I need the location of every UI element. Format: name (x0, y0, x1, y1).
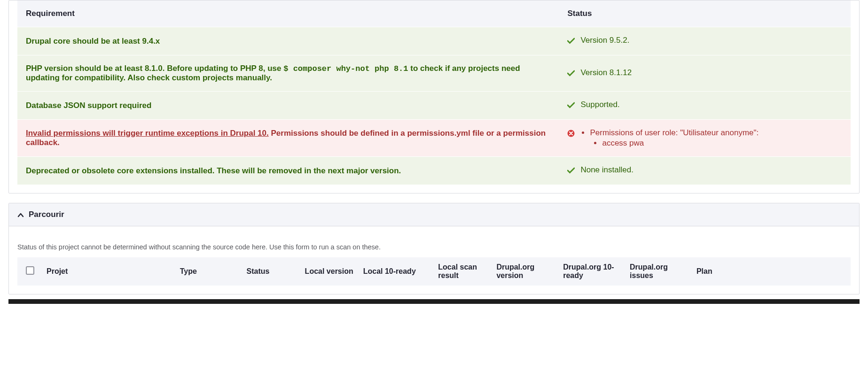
col-local-10-ready: Local 10-ready (359, 257, 434, 286)
col-plan: Plan (692, 257, 851, 286)
status-cell: Permissions of user role: "Utilisateur a… (559, 120, 851, 157)
col-status-2: Status (242, 257, 300, 286)
table-row: Deprecated or obsolete core extensions i… (17, 157, 851, 185)
requirement-text: Drupal core should be at least 9.4.x (17, 27, 559, 55)
col-drupal-version: Drupal.org version (492, 257, 558, 286)
status-text: Version 8.1.12 (580, 68, 632, 77)
col-type: Type (175, 257, 242, 286)
col-projet: Projet (42, 257, 175, 286)
status-list: Permissions of user role: "Utilisateur a… (580, 128, 759, 148)
browse-title: Parcourir (29, 210, 64, 219)
status-cell: Supported. (559, 92, 851, 120)
requirements-table: Requirement Status Drupal core should be… (17, 0, 851, 185)
check-icon (567, 70, 575, 79)
chevron-up-icon (17, 211, 24, 218)
table-row: Drupal core should be at least 9.4.x Ver… (17, 27, 851, 55)
col-requirement: Requirement (17, 0, 559, 27)
status-cell: Version 9.5.2. (559, 27, 851, 55)
permissions-link[interactable]: Invalid permissions will trigger runtime… (26, 129, 269, 138)
requirements-section: Requirement Status Drupal core should be… (8, 0, 860, 193)
col-status: Status (559, 0, 851, 27)
code-snippet: $ composer why-not php 8.1 (283, 64, 408, 73)
status-text: None installed. (580, 165, 633, 175)
table-row: PHP version should be at least 8.1.0. Be… (17, 55, 851, 92)
requirement-text: PHP version should be at least 8.1.0. Be… (17, 55, 559, 92)
status-cell: Version 8.1.12 (559, 55, 851, 92)
error-icon (567, 130, 575, 139)
table-row: Database JSON support required Supported… (17, 92, 851, 120)
col-local-scan-result: Local scan result (433, 257, 492, 286)
col-drupal-issues: Drupal.org issues (625, 257, 692, 286)
check-icon (567, 37, 575, 46)
projects-table: Projet Type Status Local version Local 1… (17, 257, 851, 286)
status-cell: None installed. (559, 157, 851, 185)
select-all-checkbox[interactable] (26, 266, 34, 275)
check-icon (567, 101, 575, 111)
status-text: Version 9.5.2. (580, 36, 629, 45)
col-drupal-10-ready: Drupal.org 10-ready (558, 257, 625, 286)
col-local-version: Local version (300, 257, 359, 286)
table-row: Invalid permissions will trigger runtime… (17, 120, 851, 157)
check-icon (567, 167, 575, 176)
browse-description: Status of this project cannot be determi… (17, 235, 851, 257)
status-text: Supported. (580, 100, 619, 109)
browse-toggle[interactable]: Parcourir (9, 203, 859, 226)
requirement-text: Invalid permissions will trigger runtime… (17, 120, 559, 157)
requirement-text: Deprecated or obsolete core extensions i… (17, 157, 559, 185)
requirement-text: Database JSON support required (17, 92, 559, 120)
col-checkbox (17, 257, 42, 286)
browse-section: Parcourir Status of this project cannot … (8, 203, 860, 294)
bottom-bar (8, 299, 860, 304)
